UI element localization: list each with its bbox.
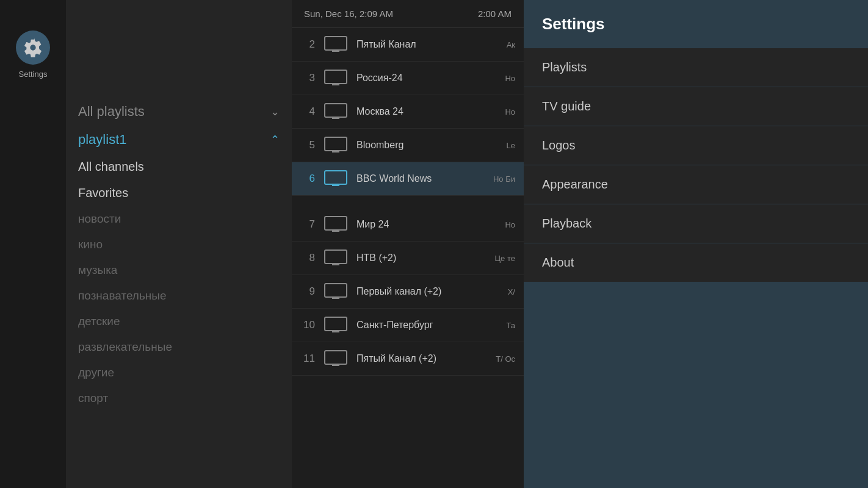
drugie-item[interactable]: другие	[66, 360, 292, 386]
channel-info: Т/ Ос	[496, 354, 515, 364]
playlist1-item[interactable]: playlist1 ⌃	[66, 126, 292, 154]
playlist1-label: playlist1	[78, 132, 126, 148]
gear-icon	[16, 30, 50, 65]
settings-menu-label-logos: Logos	[542, 138, 576, 152]
settings-nav-item[interactable]: Settings	[16, 30, 50, 79]
svg-rect-6	[325, 104, 347, 117]
kino-item[interactable]: кино	[66, 232, 292, 257]
header-time2: 2:00 AM	[478, 9, 512, 19]
channel-name: BBC World News	[356, 173, 486, 184]
drugie-label: другие	[78, 366, 114, 379]
tv-icon	[322, 348, 349, 369]
svg-rect-21	[325, 284, 347, 297]
channel-num: 6	[300, 173, 315, 185]
svg-rect-3	[325, 70, 347, 84]
tv-icon	[322, 135, 349, 156]
settings-menu-item-playback[interactable]: Playback	[524, 204, 868, 243]
favorites-item[interactable]: Favorites	[66, 180, 292, 206]
all-channels-label: All channels	[78, 160, 144, 174]
settings-menu-item-about[interactable]: About	[524, 243, 868, 282]
svg-rect-15	[325, 217, 347, 230]
channel-num: 4	[300, 106, 315, 118]
chevron-down-icon: ⌄	[270, 105, 280, 118]
all-playlists-label: All playlists	[78, 104, 145, 120]
channel-row-11[interactable]: 11 Пятый Канал (+2) Т/ Ос	[292, 342, 524, 376]
svg-rect-24	[325, 317, 347, 331]
channel-num: 5	[300, 139, 315, 151]
channel-info: Но	[505, 220, 515, 229]
all-playlists-item[interactable]: All playlists ⌄	[66, 98, 292, 126]
svg-rect-0	[325, 37, 347, 50]
settings-title-bar: Settings	[524, 0, 868, 48]
sport-item[interactable]: спорт	[66, 386, 292, 411]
tv-icon	[322, 214, 349, 235]
channel-name: Санкт-Петербург	[356, 320, 499, 331]
channel-info: Но	[505, 107, 515, 117]
channel-row-5[interactable]: 5 Bloomberg Le	[292, 129, 524, 162]
chevron-up-icon: ⌃	[270, 133, 280, 146]
channel-num: 3	[300, 72, 315, 84]
svg-rect-9	[325, 137, 347, 151]
settings-panel: Settings Playlists TV guide Logos Appear…	[524, 0, 868, 488]
settings-menu-label-about: About	[542, 256, 574, 269]
favorites-label: Favorites	[78, 186, 128, 200]
settings-menu-item-tvguide[interactable]: TV guide	[524, 87, 868, 126]
tv-icon	[322, 315, 349, 336]
detskie-item[interactable]: детские	[66, 309, 292, 334]
settings-sidebar-label: Settings	[19, 70, 48, 79]
channel-info: Le	[507, 141, 515, 150]
settings-menu-label-appearance: Appearance	[542, 178, 608, 191]
settings-menu-label-playlists: Playlists	[542, 60, 587, 74]
razvlekatelnye-label: развлекательные	[78, 340, 172, 354]
channel-row-2[interactable]: 2 Пятый Канал Ак	[292, 28, 524, 62]
channel-row-7[interactable]: 7 Мир 24 Но	[292, 208, 524, 242]
tv-icon	[322, 168, 349, 189]
channel-info: Це те	[495, 254, 516, 263]
detskie-label: детские	[78, 315, 120, 328]
channel-name: Bloomberg	[356, 140, 499, 151]
settings-menu-item-appearance[interactable]: Appearance	[524, 165, 868, 204]
channel-name: Пятый Канал	[356, 39, 499, 50]
header-datetime: Sun, Dec 16, 2:09 AM	[304, 9, 393, 19]
channel-row-4[interactable]: 4 Москва 24 Но	[292, 95, 524, 129]
channel-info: Х/	[508, 287, 515, 296]
channel-panel: Sun, Dec 16, 2:09 AM 2:00 AM 2 Пятый Кан…	[292, 0, 524, 488]
tv-icon	[322, 34, 349, 55]
muzika-item[interactable]: музыка	[66, 257, 292, 283]
left-sidebar: Settings	[0, 0, 66, 488]
channel-name: Россия-24	[356, 73, 497, 84]
settings-menu-item-playlists[interactable]: Playlists	[524, 48, 868, 87]
channel-row-8[interactable]: 8 НТВ (+2) Це те	[292, 242, 524, 275]
tv-icon	[322, 101, 349, 122]
channel-row-10[interactable]: 10 Санкт-Петербург Та	[292, 309, 524, 342]
poznavatelnye-label: познавательные	[78, 289, 167, 303]
settings-menu-item-logos[interactable]: Logos	[524, 126, 868, 165]
razvlekatelnye-item[interactable]: развлекательные	[66, 334, 292, 360]
poznavatelnye-item[interactable]: познавательные	[66, 283, 292, 309]
channel-num: 11	[300, 353, 315, 365]
settings-menu-label-playback: Playback	[542, 217, 591, 230]
all-channels-item[interactable]: All channels	[66, 154, 292, 180]
playlist-panel: All playlists ⌄ playlist1 ⌃ All channels…	[66, 0, 292, 488]
sport-label: спорт	[78, 392, 108, 405]
channel-num: 9	[300, 285, 315, 298]
channel-header: Sun, Dec 16, 2:09 AM 2:00 AM	[292, 0, 524, 28]
novosti-item[interactable]: новости	[66, 206, 292, 232]
channel-row-6[interactable]: 6 BBC World News Но Би	[292, 162, 524, 196]
channel-num: 8	[300, 252, 315, 264]
tv-icon	[322, 248, 349, 268]
kino-label: кино	[78, 238, 103, 251]
gap-spacer	[292, 196, 524, 208]
channel-num: 10	[300, 319, 315, 331]
channel-info: Но Би	[493, 174, 515, 184]
channel-name: Мир 24	[356, 219, 497, 230]
channel-info: Ак	[507, 40, 515, 49]
channel-info: Но	[505, 74, 515, 83]
channel-num: 2	[300, 38, 315, 51]
channel-name: Первый канал (+2)	[356, 286, 501, 297]
tv-icon	[322, 68, 349, 88]
channel-name: Москва 24	[356, 106, 497, 117]
channel-row-3[interactable]: 3 Россия-24 Но	[292, 62, 524, 95]
settings-title: Settings	[542, 15, 605, 33]
channel-row-9[interactable]: 9 Первый канал (+2) Х/	[292, 275, 524, 309]
